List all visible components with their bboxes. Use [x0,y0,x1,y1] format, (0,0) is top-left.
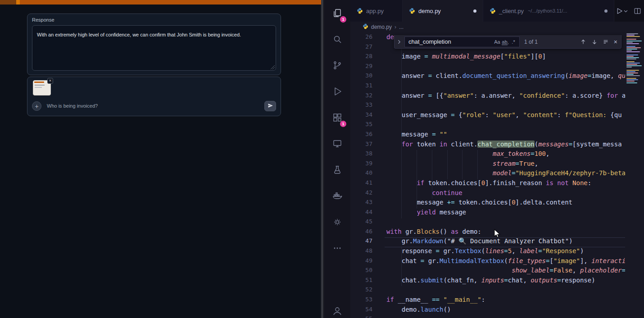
search-icon[interactable] [324,26,350,52]
whole-word-toggle[interactable]: ab, [501,39,509,45]
screen: Response With an extremely high level of… [0,0,644,318]
line-number: 34 [350,111,372,121]
code-line-36[interactable]: message = "" [386,131,625,141]
line-number: 45 [350,218,372,228]
line-number: 54 [350,306,372,316]
python-file-icon [363,23,368,31]
code-line-31[interactable] [386,82,625,92]
line-number: 41 [350,179,372,189]
code-line-30[interactable]: answer = client.document_question_answer… [386,72,625,82]
source-control-icon[interactable] [324,52,350,78]
line-number: 29 [350,63,372,73]
code-line-41[interactable]: if token.choices[0].finish_reason is not… [386,179,625,189]
code-line-28[interactable]: image = multimodal_message["files"][0] [386,53,625,63]
code-area[interactable]: de image = multimodal_message["files"][0… [386,32,625,318]
code-line-33[interactable] [386,101,625,111]
code-line-49[interactable]: chat = gr.MultimodalTextbox(file_types=[… [386,257,625,267]
chat-input-row: + Who is being invoiced? [32,101,276,112]
topbar-dark-segment [0,0,16,5]
line-number: 40 [350,169,372,179]
resize-handle[interactable] [271,65,275,69]
close-find-icon[interactable]: × [614,38,617,45]
extensions-badge: 1 [340,121,346,127]
line-number: 35 [350,121,372,131]
send-button[interactable] [264,101,276,111]
code-line-34[interactable]: user_message = {"role": "user", "content… [386,111,625,121]
code-line-52[interactable] [386,286,625,296]
tab-demo.py[interactable]: demo.py [403,0,483,22]
container-tools-icon[interactable] [324,209,350,235]
code-line-44[interactable]: yield message [386,209,625,218]
editor-region: app.pydemo.py_client.py~/.../python3.11/… [350,0,644,318]
code-line-38[interactable]: max_tokens=100, [386,150,625,160]
line-number: 27 [350,43,372,53]
line-number: 32 [350,92,372,102]
code-line-43[interactable]: message += token.choices[0].delta.conten… [386,199,625,209]
split-editor-button[interactable] [634,7,641,15]
line-number: 52 [350,286,372,296]
minimap[interactable] [625,32,644,318]
tab-bar: app.pydemo.py_client.py~/.../python3.11/… [350,0,644,22]
line-number: 49 [350,257,372,267]
code-line-35[interactable] [386,121,625,131]
remove-attachment-button[interactable]: × [47,78,53,84]
find-input[interactable]: chat_completion Aa ab, .* [404,36,520,47]
run-debug-icon[interactable] [324,78,350,104]
editor-gutter[interactable]: 2627282930313233343536373839404142434445… [350,32,372,318]
tab-app.py[interactable]: app.py [350,0,403,22]
add-file-button[interactable]: + [32,101,41,111]
breadcrumb-file[interactable]: demo.py [371,24,392,30]
code-line-47[interactable]: gr.Markdown("# 🔍 Document Analyzer Chatb… [386,237,625,247]
response-block: Response With an extremely high level of… [27,14,281,75]
regex-toggle[interactable]: .* [509,39,517,45]
next-match-icon[interactable] [591,39,598,45]
line-number: 39 [350,160,372,170]
match-case-toggle[interactable]: Aa [493,39,501,45]
code-line-39[interactable]: stream=True, [386,160,625,170]
remote-explorer-icon[interactable] [324,131,350,157]
code-line-46[interactable]: with gr.Blocks() as demo: [386,228,625,238]
code-line-51[interactable]: chat.submit(chat_fn, inputs=chat, output… [386,277,625,286]
modified-dot-icon [473,9,476,13]
extensions-icon[interactable]: 1 [324,104,350,131]
tab-_client.py[interactable]: _client.py~/.../python3.11/... [483,0,614,22]
testing-flask-icon[interactable] [324,157,350,183]
response-textarea[interactable]: With an extremely high level of confiden… [32,25,276,71]
code-line-50[interactable]: show_label=False, placeholder= [386,267,625,277]
run-dropdown-chevron-icon [623,9,628,14]
code-line-54[interactable]: demo.launch() [386,306,625,316]
line-number: 51 [350,277,372,286]
line-number: 48 [350,247,372,257]
docker-icon[interactable] [324,183,350,209]
code-line-48[interactable]: response = gr.Textbox(lines=5, label="Re… [386,247,625,257]
run-python-button[interactable] [616,7,628,15]
code-line-55[interactable] [386,315,625,318]
code-line-53[interactable]: if __name__ == "__main__": [386,296,625,306]
code-line-40[interactable]: model="HuggingFaceH4/zephyr-7b-beta [386,169,625,179]
line-number: 31 [350,82,372,92]
files-icon[interactable]: 1 [324,0,350,26]
more-actions-icon[interactable] [324,235,350,261]
activity-bar: 1 1 [324,0,350,318]
previous-match-icon[interactable] [580,39,586,45]
find-in-selection-icon[interactable] [603,39,609,45]
code-line-42[interactable]: continue [386,189,625,199]
breadcrumb[interactable]: demo.py › ... [350,22,644,32]
code-line-32[interactable]: answer = [{"answer": a.answer, "confiden… [386,92,625,102]
line-number: 28 [350,53,372,63]
code-line-37[interactable]: for token in client.chat_completion(mess… [386,141,625,150]
topbar-light-segment [16,0,20,5]
app-topbar [0,0,321,5]
find-query-text: chat_completion [408,38,493,45]
chat-text-input[interactable]: Who is being invoiced? [47,103,98,109]
breadcrumb-more[interactable]: ... [399,24,404,30]
account-icon[interactable] [324,298,350,318]
line-number: 50 [350,267,372,277]
code-line-29[interactable] [386,63,625,73]
thumbnail-content [34,82,44,83]
response-text: With an extremely high level of confiden… [37,32,241,37]
attachment-thumbnail[interactable]: × [33,80,51,95]
modified-dot-icon [604,9,608,13]
toggle-replace-chevron-icon[interactable] [396,39,402,45]
code-line-45[interactable] [386,218,625,228]
